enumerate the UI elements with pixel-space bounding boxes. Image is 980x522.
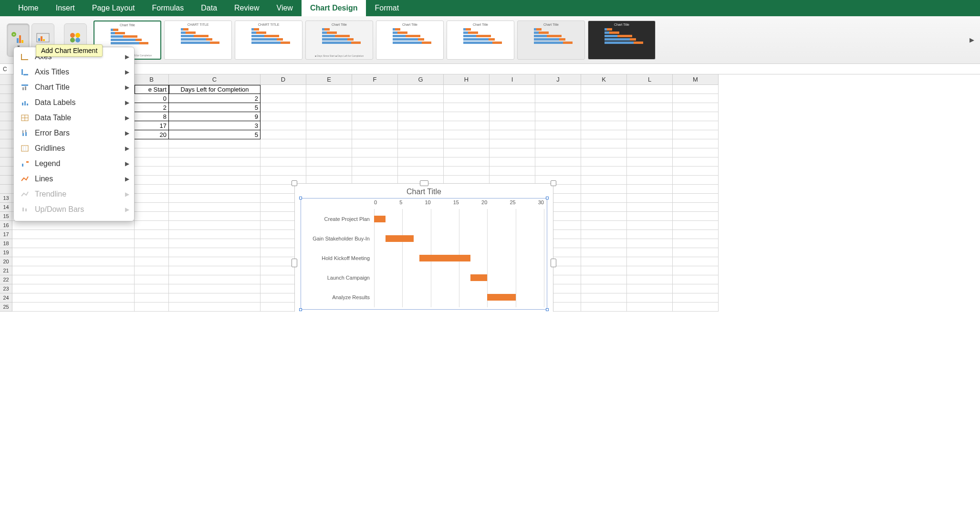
cell[interactable] [261,139,306,148]
chart-style-7[interactable]: Chart Title [517,21,585,60]
cell[interactable] [673,303,719,312]
cell[interactable] [535,103,581,112]
cell[interactable] [627,167,673,176]
cell[interactable] [261,85,306,94]
cell[interactable] [135,257,169,266]
cell[interactable] [398,157,444,167]
chart-bars[interactable] [374,209,544,307]
cell[interactable] [352,148,398,157]
cell[interactable] [673,148,719,157]
cell[interactable]: 2 [135,103,169,112]
row-header[interactable] [0,130,12,139]
row-header[interactable]: 22 [0,275,12,284]
cell[interactable] [673,121,719,130]
cell[interactable] [627,157,673,167]
cell[interactable] [169,293,261,303]
cell[interactable] [673,194,719,203]
menu-item-gridlines[interactable]: Gridlines▶ [14,141,134,156]
cell[interactable] [169,212,261,221]
cell[interactable] [135,293,169,303]
cell[interactable] [627,194,673,203]
cell[interactable] [673,293,719,303]
name-box[interactable]: C [0,64,980,74]
cell[interactable] [169,239,261,248]
cell[interactable] [398,94,444,103]
cell[interactable] [352,85,398,94]
cell[interactable] [627,284,673,293]
cell[interactable] [581,275,627,284]
cell[interactable] [627,257,673,266]
cell[interactable] [581,112,627,121]
cell[interactable] [169,221,261,230]
row-header[interactable] [0,103,12,112]
cell[interactable]: 5 [169,103,261,112]
cell[interactable] [581,248,627,257]
row-header[interactable] [0,121,12,130]
cell[interactable] [135,148,169,157]
cell[interactable] [627,176,673,185]
cell[interactable] [627,266,673,275]
cell[interactable] [398,112,444,121]
embedded-chart[interactable]: Chart Title 051015202530 Create Project … [294,183,553,312]
cell[interactable] [135,284,169,293]
cell[interactable] [627,203,673,212]
cell[interactable] [398,121,444,130]
cell[interactable] [673,94,719,103]
cell[interactable] [306,112,352,121]
cell[interactable] [261,103,306,112]
cell[interactable] [490,94,535,103]
plot-handle[interactable] [546,308,549,311]
cell[interactable] [673,103,719,112]
cell[interactable] [135,139,169,148]
cell[interactable] [490,112,535,121]
menu-item-data-table[interactable]: Data Table▶ [14,110,134,125]
cell[interactable] [535,139,581,148]
cell[interactable] [581,167,627,176]
cell[interactable] [673,230,719,239]
cell[interactable] [135,157,169,167]
menu-item-chart-title[interactable]: Chart Title▶ [14,80,134,95]
cell[interactable] [169,257,261,266]
cell[interactable] [673,221,719,230]
cell[interactable] [627,94,673,103]
tab-formulas[interactable]: Formulas [144,0,193,16]
tab-chart-design[interactable]: Chart Design [302,0,366,16]
row-header[interactable]: 16 [0,221,12,230]
cell[interactable] [673,212,719,221]
cell[interactable]: Days Left for Completion [169,85,261,94]
row-header[interactable] [0,139,12,148]
gallery-next-button[interactable]: ▶ [968,23,976,57]
cell[interactable] [490,148,535,157]
cell[interactable] [581,103,627,112]
menu-item-axis-titles[interactable]: Axis Titles▶ [14,64,134,80]
cell[interactable] [673,139,719,148]
cell[interactable] [627,85,673,94]
cell[interactable] [352,157,398,167]
cell[interactable] [444,130,490,139]
cell[interactable] [444,167,490,176]
cell[interactable] [673,85,719,94]
resize-handle[interactable] [420,180,428,186]
cell[interactable] [673,239,719,248]
chart-style-3[interactable]: CHART TITLE [235,21,302,60]
plot-handle[interactable] [299,197,302,199]
cell[interactable] [581,303,627,312]
resize-handle[interactable] [292,259,297,267]
row-header[interactable] [0,167,12,176]
cell[interactable] [673,157,719,167]
cell[interactable] [261,148,306,157]
cell[interactable] [490,157,535,167]
cell[interactable] [627,293,673,303]
cell[interactable] [135,303,169,312]
cell[interactable] [135,185,169,194]
cell[interactable] [169,230,261,239]
cell[interactable] [398,139,444,148]
menu-item-lines[interactable]: Lines▶ [14,171,134,187]
cell[interactable] [627,221,673,230]
cell[interactable] [261,112,306,121]
cell[interactable] [169,284,261,293]
menu-item-legend[interactable]: Legend▶ [14,156,134,171]
resize-handle[interactable] [292,180,297,186]
cell[interactable] [627,239,673,248]
cell[interactable] [352,121,398,130]
